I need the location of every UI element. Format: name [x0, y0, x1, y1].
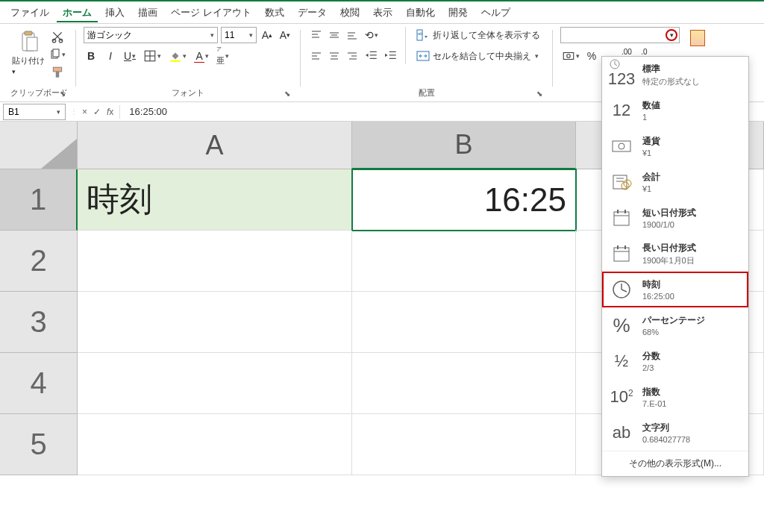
row-header-1[interactable]: 1	[0, 169, 78, 231]
chevron-down-icon[interactable]: ▾	[666, 29, 677, 41]
menu-review[interactable]: 校閲	[334, 3, 366, 22]
number-format-option-text[interactable]: ab 文字列 0.684027778	[602, 415, 748, 451]
format-title: 文字列	[642, 422, 690, 434]
row-header-3[interactable]: 3	[0, 292, 78, 353]
text-icon: ab	[608, 419, 635, 446]
menu-data[interactable]: データ	[292, 3, 333, 22]
clipboard-launcher[interactable]: ⬊	[57, 88, 68, 98]
decrease-indent-button[interactable]	[363, 48, 380, 64]
row-header-4[interactable]: 4	[0, 353, 78, 414]
bold-button[interactable]: B	[84, 48, 98, 64]
align-center-button[interactable]	[326, 48, 342, 64]
currency-icon	[562, 49, 575, 63]
column-header-A[interactable]: A	[78, 122, 352, 169]
number-format-dropdown: 123 標準 特定の形式なし 12 数値 1 通貨 ¥1 会計	[601, 56, 749, 477]
time-icon	[608, 276, 635, 303]
select-all-corner[interactable]	[0, 122, 78, 169]
align-middle-button[interactable]	[326, 27, 342, 43]
cell-B2[interactable]	[352, 231, 576, 292]
menu-home[interactable]: ホーム	[57, 3, 98, 22]
format-sample: 特定の形式なし	[642, 76, 700, 87]
menu-help[interactable]: ヘルプ	[475, 3, 516, 22]
number-format-option-cur[interactable]: 通貨 ¥1	[602, 128, 748, 164]
cell-A4[interactable]	[78, 353, 352, 414]
svg-rect-7	[53, 67, 61, 72]
font-name-select[interactable]: 游ゴシック▾	[84, 27, 218, 43]
cancel-formula-button[interactable]: ×	[79, 107, 90, 117]
format-painter-button[interactable]	[49, 64, 66, 81]
phonetic-button[interactable]: ア亜▾	[215, 48, 231, 64]
accounting-format-button[interactable]: ▾	[560, 48, 581, 64]
svg-rect-40	[563, 53, 574, 60]
number-format-option-12[interactable]: 12 数値 1	[602, 93, 748, 128]
fill-color-button[interactable]: ▾	[167, 48, 188, 64]
merge-center-button[interactable]: セルを結合して中央揃え▾	[412, 48, 545, 64]
align-right-button[interactable]	[344, 48, 360, 64]
align-bottom-button[interactable]	[344, 27, 360, 43]
svg-rect-6	[53, 49, 59, 57]
number-format-option-pct[interactable]: % パーセンテージ 68%	[602, 307, 748, 343]
cell-B1[interactable]: 16:25	[352, 169, 576, 231]
acc-icon	[608, 169, 635, 195]
cell-A2[interactable]	[78, 231, 352, 292]
menu-layout[interactable]: ページ レイアウト	[165, 3, 257, 22]
font-size-select[interactable]: 11▾	[221, 27, 257, 43]
align-left-button[interactable]	[308, 48, 325, 64]
percent-button[interactable]: %	[584, 48, 599, 64]
number-format-select[interactable]: ▾	[560, 27, 680, 43]
ldate-icon	[608, 240, 635, 267]
cell-B4[interactable]	[352, 353, 576, 414]
number-format-option-sdate[interactable]: 短い日付形式 1900/1/0	[602, 200, 748, 236]
border-button[interactable]: ▾	[142, 48, 163, 64]
increase-font-button[interactable]: A▴	[260, 27, 275, 43]
number-format-option-123[interactable]: 123 標準 特定の形式なし	[602, 57, 748, 93]
decrease-font-button[interactable]: A▾	[278, 27, 292, 43]
number-format-option-time[interactable]: 時刻 16:25:00	[602, 272, 748, 307]
font-launcher[interactable]: ⬊	[282, 88, 292, 98]
insert-function-button[interactable]: fx	[104, 107, 116, 117]
menu-file[interactable]: ファイル	[4, 3, 55, 22]
number-format-option-ldate[interactable]: 長い日付形式 1900年1月0日	[602, 236, 748, 272]
number-format-option-sci[interactable]: 102 指数 7.E-01	[602, 379, 748, 415]
cell-A5[interactable]	[78, 414, 352, 475]
row-header-2[interactable]: 2	[0, 231, 78, 292]
column-header-B[interactable]: B	[352, 122, 576, 169]
italic-button[interactable]: I	[103, 48, 118, 64]
menu-insert[interactable]: 挿入	[99, 3, 131, 22]
svg-rect-59	[624, 245, 626, 249]
confirm-formula-button[interactable]: ✓	[90, 107, 104, 117]
orientation-button[interactable]: ⟲▾	[363, 27, 380, 43]
menu-view[interactable]: 表示	[367, 3, 398, 22]
more-number-formats[interactable]: その他の表示形式(M)...	[602, 451, 748, 476]
cell-B5[interactable]	[352, 414, 576, 475]
format-sample: 1900年1月0日	[642, 255, 696, 266]
number-format-option-acc[interactable]: 会計 ¥1	[602, 164, 748, 200]
svg-rect-58	[617, 245, 619, 249]
conditional-format-button[interactable]	[690, 30, 705, 46]
increase-indent-button[interactable]	[383, 48, 399, 64]
svg-line-62	[621, 290, 627, 292]
cell-A1[interactable]: 時刻	[78, 169, 352, 231]
underline-button[interactable]: U▾	[122, 48, 137, 64]
row-header-5[interactable]: 5	[0, 414, 78, 475]
menu-formulas[interactable]: 数式	[259, 3, 290, 22]
copy-button[interactable]: ▾	[49, 46, 66, 63]
svg-point-46	[619, 143, 624, 149]
cell-B3[interactable]	[352, 292, 576, 353]
wrap-text-button[interactable]: ab 折り返して全体を表示する	[412, 27, 545, 43]
cut-button[interactable]	[49, 28, 66, 45]
font-color-button[interactable]: A▾	[192, 48, 210, 64]
menu-developer[interactable]: 開発	[442, 3, 474, 22]
align-launcher[interactable]: ⬊	[534, 88, 545, 98]
format-sample: ¥1	[642, 148, 660, 157]
menu-automate[interactable]: 自動化	[400, 3, 441, 22]
cell-A3[interactable]	[78, 292, 352, 353]
format-sample: ¥1	[642, 184, 660, 193]
align-top-button[interactable]	[308, 27, 325, 43]
wrap-text-icon: ab	[416, 28, 430, 42]
paste-button[interactable]: 貼り付け▾	[10, 27, 46, 78]
number-format-option-frac[interactable]: ½ 分数 2/3	[602, 343, 748, 379]
name-box[interactable]: B1▾	[3, 104, 66, 120]
svg-rect-1	[25, 31, 32, 35]
menu-draw[interactable]: 描画	[132, 3, 163, 22]
